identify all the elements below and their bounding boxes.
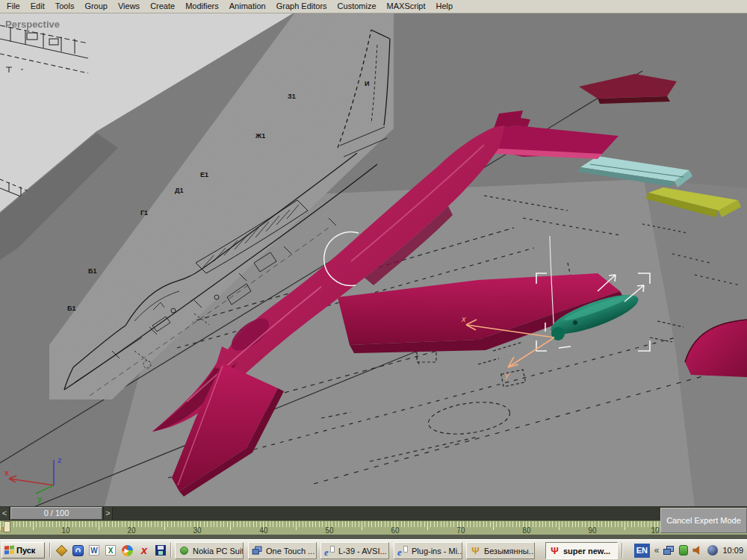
- menu-graph-editors[interactable]: Graph Editors: [271, 0, 332, 13]
- ruler-tick-label: 10: [61, 526, 69, 535]
- menu-create[interactable]: Create: [145, 0, 180, 13]
- nokia-pc-suite-icon: [179, 545, 190, 556]
- ruler-tick-label: 60: [391, 526, 399, 535]
- menu-modifiers[interactable]: Modifiers: [180, 0, 224, 13]
- svg-text:Б1: Б1: [67, 305, 75, 312]
- time-slider-prev-button[interactable]: <: [0, 507, 10, 520]
- menu-animation[interactable]: Animation: [224, 0, 271, 13]
- ruler-tick-label: 10: [651, 526, 659, 535]
- menu-help[interactable]: Help: [431, 0, 459, 13]
- time-slider-next-button[interactable]: >: [103, 507, 113, 520]
- perspective-viewport[interactable]: Б1 Б1 Г1 Д1 Е1 Ж1 З1 И Perspective: [0, 13, 747, 506]
- quicklaunch-excel-icon[interactable]: X: [104, 544, 117, 557]
- svg-text:Ж1: Ж1: [255, 132, 265, 140]
- track-bar-ruler[interactable]: 10 20 30 40 50 60 70 80 90 10: [0, 520, 747, 535]
- start-button[interactable]: Пуск: [1, 542, 45, 559]
- menu-edit[interactable]: Edit: [25, 0, 50, 13]
- ruler-tick-label: 80: [522, 526, 530, 535]
- axis-z-label: z: [58, 455, 62, 464]
- start-button-label: Пуск: [16, 546, 35, 555]
- ruler-tick-label: 30: [193, 526, 201, 535]
- taskbar-button-plugins[interactable]: e Plug-ins - Mi...: [394, 542, 462, 559]
- 3dsmax-icon: Ψ: [470, 545, 481, 556]
- windows-logo-icon: [4, 546, 14, 556]
- taskbar-separator: [49, 543, 51, 558]
- volume-icon[interactable]: [692, 546, 703, 556]
- ruler-tick-label: 20: [127, 526, 135, 535]
- quicklaunch-mail-app-icon[interactable]: [71, 544, 84, 557]
- viewport-label[interactable]: Perspective: [5, 19, 60, 30]
- menu-group[interactable]: Group: [79, 0, 113, 13]
- one-touch-icon: [252, 545, 263, 556]
- tray-clock: 10:09: [722, 546, 743, 555]
- svg-text:Б1: Б1: [88, 267, 96, 275]
- network-icon[interactable]: [663, 546, 675, 556]
- windows-taskbar: Пуск W X ▶ x Nokia PC Suite One Touch ..…: [0, 539, 747, 560]
- taskbar-button-untitled-max[interactable]: Ψ Безымянны...: [466, 542, 535, 559]
- quicklaunch-gold-app-icon[interactable]: [55, 544, 68, 557]
- usb-device-icon[interactable]: [679, 545, 688, 556]
- taskbar-button-l39-avsim[interactable]: e L-39 - AVSI...: [320, 542, 389, 559]
- time-slider-track[interactable]: < 0 / 100 >: [0, 506, 747, 520]
- ruler-tick-label: 90: [588, 526, 596, 535]
- menu-maxscript[interactable]: MAXScript: [382, 0, 431, 13]
- messenger-icon[interactable]: [707, 545, 718, 556]
- internet-explorer-icon: e: [324, 546, 335, 556]
- system-tray: EN « 10:09: [634, 541, 747, 559]
- cancel-expert-mode-button[interactable]: Cancel Expert Mode: [660, 508, 747, 533]
- ruler-tick-label: 40: [259, 526, 267, 535]
- taskbar-button-one-touch[interactable]: One Touch ...: [248, 542, 317, 559]
- current-frame-marker[interactable]: [4, 521, 10, 532]
- quicklaunch-media-player-icon[interactable]: ▶: [120, 544, 134, 557]
- taskbar-separator: [170, 543, 172, 558]
- quicklaunch-word-icon[interactable]: W: [87, 544, 101, 557]
- language-indicator[interactable]: EN: [634, 544, 650, 558]
- taskbar-button-nokia[interactable]: Nokia PC Suite: [175, 542, 244, 559]
- menu-file[interactable]: File: [1, 0, 25, 13]
- tray-chevron-icon[interactable]: «: [654, 545, 660, 556]
- frame-zero-label: 0: [1, 526, 4, 533]
- svg-text:З1: З1: [288, 93, 296, 100]
- taskbar-separator: [622, 543, 623, 558]
- 3dsmax-expert-mode-window: File Edit Tools Group Views Create Modif…: [0, 0, 747, 560]
- menu-views[interactable]: Views: [113, 0, 145, 13]
- taskbar-button-super-new-active[interactable]: Ψ super new...: [545, 542, 618, 559]
- ruler-tick-label: 70: [456, 526, 465, 535]
- svg-text:Г1: Г1: [140, 209, 148, 217]
- time-slider-thumb[interactable]: 0 / 100: [10, 507, 102, 520]
- quicklaunch-xara-icon[interactable]: x: [137, 544, 151, 557]
- menu-customize[interactable]: Customize: [332, 0, 382, 13]
- internet-explorer-icon: e: [397, 546, 409, 556]
- svg-text:И: И: [365, 80, 369, 87]
- svg-text:Д1: Д1: [175, 187, 183, 194]
- axis-y-label: y: [37, 494, 43, 503]
- menu-tools[interactable]: Tools: [50, 0, 80, 13]
- quicklaunch-save-tool-icon[interactable]: [154, 544, 167, 557]
- ruler-tick-label: 50: [325, 526, 333, 535]
- svg-text:Е1: Е1: [200, 171, 208, 178]
- menu-bar: File Edit Tools Group Views Create Modif…: [0, 0, 747, 13]
- gizmo-x-label: x: [461, 314, 466, 323]
- 3dsmax-icon: Ψ: [549, 545, 560, 556]
- axis-x-label: x: [4, 468, 10, 477]
